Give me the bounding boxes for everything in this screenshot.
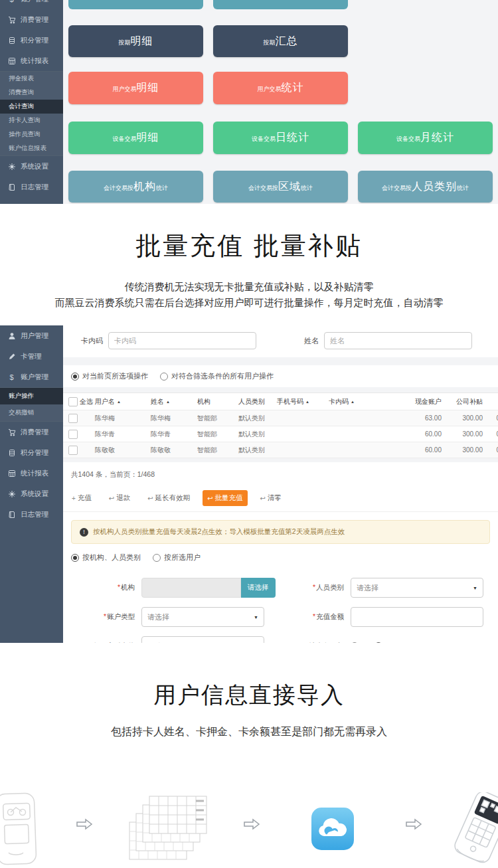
sidebar-subitem-accounting-query[interactable]: 会计查询 bbox=[0, 100, 63, 114]
account-type-select[interactable]: 请选择▼ bbox=[141, 607, 264, 627]
sidebar-subitem-cardholder-query[interactable]: 持卡人查询 bbox=[0, 114, 63, 128]
sidebar-item-account-mgmt[interactable]: $ 账户管理 bbox=[0, 367, 63, 387]
sidebar-item-report-stats[interactable]: 统计报表 bbox=[0, 463, 63, 483]
report-button-row-accounting: 会计交易按机构统计 会计交易按区域统计 会计交易按人员类别统计 bbox=[68, 171, 493, 203]
btn-main: 明细 bbox=[131, 35, 153, 48]
sidebar-subitem-account-ops[interactable]: 账户操作 bbox=[0, 388, 63, 404]
section-title: 批量充值 批量补贴 bbox=[0, 229, 498, 263]
sidebar-item-account-mgmt[interactable]: $ 账户管理 bbox=[0, 0, 63, 9]
report-button-period-summary[interactable]: 按期汇总 bbox=[213, 25, 348, 57]
subitem-label: 账户信息报表 bbox=[9, 144, 46, 153]
mode-option-by-selected-users[interactable]: 按所选用户 bbox=[153, 553, 201, 563]
required-mark: * bbox=[305, 642, 308, 643]
undo-icon: ↩ bbox=[147, 495, 153, 502]
sidebar-item-user-mgmt[interactable]: 用户管理 bbox=[0, 325, 63, 346]
dollar-icon: $ bbox=[7, 373, 16, 381]
admin-content: 卡内码 姓名 对当前页所选项操作 对符合筛选条件的所有用户操作 全选 用户名▲ … bbox=[63, 325, 498, 643]
row-select-cell bbox=[63, 414, 94, 423]
required-mark: * bbox=[104, 612, 106, 620]
report-button-device-detail[interactable]: 设备交易明细 bbox=[68, 122, 203, 154]
sidebar-item-points-mgmt[interactable]: 积分管理 bbox=[0, 30, 63, 50]
person-type-label: *人员类别 bbox=[286, 583, 344, 592]
tab-extend-validity[interactable]: ↩延长有效期 bbox=[143, 490, 195, 506]
person-type-select[interactable]: 请选择▼ bbox=[351, 578, 483, 598]
sidebar-subitem-deposit-report[interactable]: 押金报表 bbox=[0, 72, 63, 86]
row-checkbox[interactable] bbox=[68, 430, 78, 439]
btn-suffix: 统计 bbox=[457, 184, 469, 193]
report-button-user-stats[interactable]: 用户交易统计 bbox=[213, 72, 348, 104]
tab-batch-recharge[interactable]: ↩批量充值 bbox=[203, 490, 247, 506]
tab-recharge[interactable]: +充值 bbox=[67, 490, 96, 506]
col-card-code[interactable]: 卡内码▲ bbox=[327, 397, 400, 406]
import-flow: 任何厂家的消费机 用户信息导出Excel表格 一键导入黑豆云系统中 bbox=[0, 787, 498, 868]
clear-debt-yes[interactable]: 是 bbox=[351, 642, 369, 644]
sidebar-item-label: 用户管理 bbox=[21, 331, 48, 341]
org-picker-input[interactable] bbox=[141, 578, 241, 598]
sidebar-item-points-mgmt[interactable]: 积分管理 bbox=[0, 442, 63, 463]
scope-option-all-users[interactable]: 对符合筛选条件的所有用户操作 bbox=[160, 371, 274, 381]
arrow-right-icon bbox=[76, 787, 93, 861]
arrow-right-icon bbox=[405, 787, 422, 861]
sidebar-item-system-settings[interactable]: 系统设置 bbox=[0, 483, 63, 504]
mode-option-by-org-type[interactable]: 按机构、人员类别 bbox=[71, 553, 141, 563]
sort-icon[interactable]: ▲ bbox=[305, 400, 309, 404]
amount-input[interactable] bbox=[351, 607, 483, 627]
sort-icon[interactable]: ▲ bbox=[351, 400, 355, 404]
org-picker-button[interactable]: 请选择 bbox=[241, 578, 276, 598]
sidebar-item-log-mgmt[interactable]: 日志管理 bbox=[0, 504, 63, 525]
label-text: 充值金额 bbox=[316, 612, 344, 620]
batch-recharge-form: *机构 请选择 *账户类型 请选择▼ *每月定时充值 请选择▼ *人员类别 请选… bbox=[63, 568, 498, 643]
report-button-cut-2[interactable] bbox=[213, 0, 348, 9]
scope-option-current-page[interactable]: 对当前页所选项操作 bbox=[71, 371, 148, 381]
col-username[interactable]: 用户名▲ bbox=[94, 397, 149, 406]
select-all-checkbox[interactable] bbox=[68, 397, 78, 406]
report-button-by-person-type[interactable]: 会计交易按人员类别统计 bbox=[358, 171, 493, 203]
sidebar-item-consume-mgmt[interactable]: 消费管理 bbox=[0, 9, 63, 30]
report-button-device-monthly[interactable]: 设备交易月统计 bbox=[358, 122, 493, 154]
report-button-period-detail[interactable]: 按期明细 bbox=[68, 25, 203, 57]
pagination-info: 共1404 条，当前页：1/468 bbox=[63, 458, 498, 486]
row-checkbox[interactable] bbox=[68, 446, 78, 455]
sort-icon[interactable]: ▲ bbox=[166, 400, 170, 404]
report-button-user-detail[interactable]: 用户交易明细 bbox=[68, 72, 203, 104]
sidebar-subitem-operator-query[interactable]: 操作员查询 bbox=[0, 128, 63, 141]
sidebar-subitem-trade-cancel[interactable]: 交易撤销 bbox=[0, 404, 63, 421]
card-code-input[interactable] bbox=[108, 332, 256, 349]
col-name[interactable]: 姓名▲ bbox=[149, 397, 196, 406]
excel-sheets-icon bbox=[127, 792, 209, 866]
clear-debt-no[interactable]: 否 bbox=[374, 642, 393, 644]
radio-icon bbox=[351, 642, 359, 643]
row-checkbox[interactable] bbox=[68, 414, 78, 423]
sidebar-item-system-settings[interactable]: 系统设置 bbox=[0, 156, 63, 177]
report-button-device-daily[interactable]: 设备交易日统计 bbox=[213, 122, 348, 154]
account-type-field-row: *账户类型 请选择▼ bbox=[63, 607, 286, 627]
sort-icon[interactable]: ▲ bbox=[117, 400, 121, 404]
cell-times: 0.00 bbox=[487, 430, 498, 438]
chevron-down-icon: ▼ bbox=[473, 586, 477, 590]
operation-tabs: +充值 ↩退款 ↩延长有效期 ↩批量充值 ↩清零 bbox=[63, 486, 498, 512]
monthly-recharge-select[interactable]: 请选择▼ bbox=[141, 636, 264, 643]
table-row: 陈华梅 陈华梅 智能部 默认类别 63.00 300.00 0.00 0.00 bbox=[63, 410, 498, 426]
gear-icon bbox=[7, 162, 16, 171]
report-button-by-region[interactable]: 会计交易按区域统计 bbox=[213, 171, 348, 203]
required-mark: * bbox=[313, 612, 315, 620]
sidebar-item-log-mgmt[interactable]: 日志管理 bbox=[0, 177, 63, 197]
sidebar-subitem-account-info-report[interactable]: 账户信息报表 bbox=[0, 141, 63, 155]
tab-label: 延长有效期 bbox=[155, 493, 191, 503]
col-phone[interactable]: 手机号码▲ bbox=[276, 397, 327, 406]
tab-refund[interactable]: ↩退款 bbox=[104, 490, 135, 506]
report-button-cut-1[interactable] bbox=[68, 0, 203, 9]
plus-icon: + bbox=[72, 495, 76, 502]
cell-username: 陈华青 bbox=[94, 430, 149, 439]
alert-text: 按机构人员类别批量充值每天凌晨2点生效；导入模板批量充值第2天凌晨两点生效 bbox=[93, 527, 345, 537]
report-button-row-device: 设备交易明细 设备交易日统计 设备交易月统计 bbox=[68, 122, 493, 154]
sidebar-item-consume-mgmt[interactable]: 消费管理 bbox=[0, 422, 63, 442]
name-input[interactable] bbox=[324, 332, 472, 349]
report-button-by-org[interactable]: 会计交易按机构统计 bbox=[68, 171, 203, 203]
sidebar-item-label: 统计报表 bbox=[21, 56, 48, 66]
sidebar-subitem-consume-query[interactable]: 消费查询 bbox=[0, 86, 63, 100]
tab-clear-zero[interactable]: ↩清零 bbox=[256, 490, 286, 506]
sidebar-item-card-mgmt[interactable]: 卡管理 bbox=[0, 346, 63, 367]
label-text: 机构 bbox=[121, 583, 135, 591]
sidebar-item-report-stats[interactable]: 统计报表 bbox=[0, 50, 63, 71]
